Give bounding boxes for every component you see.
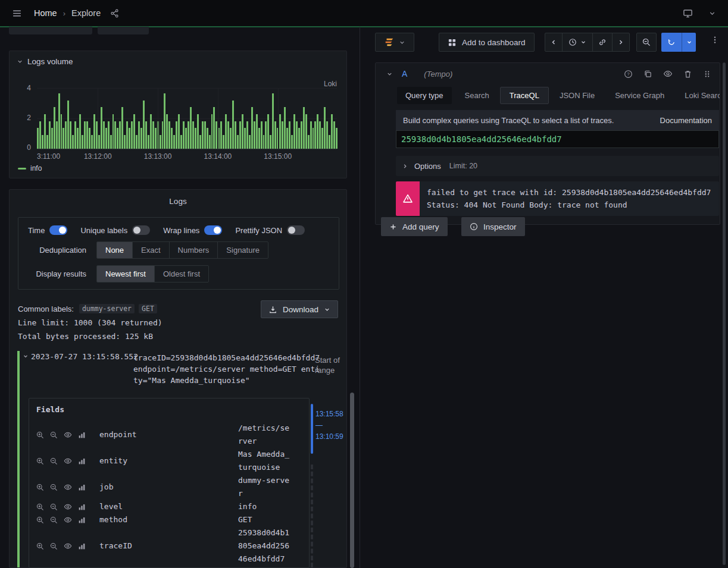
topnav-expand-button[interactable]	[705, 6, 720, 21]
filter-for-value-icon[interactable]	[36, 516, 44, 524]
dedup-option-numbers[interactable]: Numbers	[170, 242, 218, 258]
dedup-option-none[interactable]: None	[97, 242, 133, 258]
logs-volume-bar	[211, 114, 213, 149]
logs-volume-bar	[321, 128, 323, 149]
toggle-unique-labels[interactable]	[132, 225, 150, 235]
dedup-option-signature[interactable]: Signature	[218, 242, 268, 258]
display-option-oldest-first[interactable]: Oldest first	[155, 266, 208, 282]
toggle-field-visibility-icon[interactable]	[64, 483, 72, 491]
logs-volume-bar	[108, 121, 110, 149]
move-forward-button[interactable]	[612, 33, 630, 52]
filter-out-value-icon[interactable]	[50, 542, 58, 550]
collapse-query-button[interactable]	[386, 71, 393, 77]
filter-for-value-icon[interactable]	[36, 503, 44, 511]
breadcrumb-explore[interactable]: Explore	[71, 8, 101, 18]
download-button[interactable]: Download	[261, 300, 338, 318]
zoom-out-button[interactable]	[636, 33, 657, 52]
topnav-right-actions	[679, 5, 720, 22]
traceql-query-input[interactable]: 25938d0d4b1805ea4dd25646ed4bfdd7	[396, 130, 719, 148]
run-query-options-chevron[interactable]	[682, 33, 696, 52]
run-query-button[interactable]	[661, 33, 696, 52]
display-option-newest-first[interactable]: Newest first	[97, 266, 155, 282]
legend-label-info[interactable]: info	[30, 164, 42, 172]
logs-volume-chart[interactable]	[37, 88, 337, 149]
logs-volume-bar	[237, 135, 239, 149]
log-row[interactable]: 2023-07-27 13:15:58.552 traceID=25938d0d…	[23, 352, 338, 397]
collapse-log-row-button[interactable]	[23, 353, 29, 359]
plus-icon	[389, 223, 397, 231]
selected-range-indicator[interactable]	[311, 404, 313, 454]
filter-out-value-icon[interactable]	[50, 503, 58, 511]
x-axis-line	[37, 149, 337, 149]
inspector-label: Inspector	[483, 222, 517, 231]
query-type-tab-loki-search[interactable]: Loki Search	[675, 87, 720, 104]
filter-out-value-icon[interactable]	[50, 484, 58, 491]
kiosk-mode-button[interactable]	[679, 5, 696, 22]
toggle-time[interactable]	[49, 225, 67, 235]
filter-out-value-icon[interactable]	[50, 516, 58, 524]
move-back-button[interactable]	[545, 33, 563, 52]
field-stats-icon[interactable]	[78, 503, 86, 511]
filter-for-value-icon[interactable]	[36, 431, 44, 439]
query-type-tab-search[interactable]: Search	[455, 87, 499, 104]
logs-volume-bar	[145, 121, 147, 149]
logs-volume-bar	[46, 135, 48, 149]
chart-legend: info	[18, 164, 42, 172]
add-to-dashboard-button[interactable]: Add to dashboard	[439, 33, 535, 52]
chevron-down-icon	[17, 58, 23, 65]
field-stats-icon[interactable]	[78, 516, 86, 524]
logs-volume-bar	[152, 121, 154, 149]
toggle-field-visibility-icon[interactable]	[64, 431, 72, 439]
filter-for-value-icon[interactable]	[36, 484, 44, 491]
inspector-button[interactable]: Inspector	[461, 217, 525, 236]
filter-for-value-icon[interactable]	[36, 457, 44, 465]
logs-volume-bar	[65, 121, 67, 149]
query-ref-id: A	[402, 69, 407, 79]
filter-for-value-icon[interactable]	[36, 542, 44, 550]
field-stats-icon[interactable]	[78, 457, 86, 465]
duplicate-query-icon[interactable]	[643, 70, 652, 79]
svg-text:?: ?	[627, 71, 630, 77]
share-shortlink-button[interactable]	[107, 5, 123, 21]
time-picker-button[interactable]	[562, 33, 593, 52]
field-stats-icon[interactable]	[78, 484, 86, 491]
query-type-tab-json-file[interactable]: JSON File	[550, 87, 604, 104]
toggle-prettify-json[interactable]	[287, 225, 305, 235]
help-icon[interactable]: ?	[624, 70, 633, 79]
toggle-field-visibility-icon[interactable]	[64, 457, 72, 465]
filter-out-value-icon[interactable]	[50, 431, 58, 439]
right-pane-scrollbar[interactable]	[723, 62, 726, 565]
error-line-2: Status: 404 Not Found Body: trace not fo…	[427, 199, 712, 211]
drag-handle-icon[interactable]	[703, 70, 711, 79]
breadcrumb-home[interactable]: Home	[34, 8, 57, 18]
datasource-picker-button[interactable]	[375, 33, 414, 52]
query-type-tab-service-graph[interactable]: Service Graph	[605, 87, 674, 104]
add-query-button[interactable]: Add query	[381, 217, 448, 236]
field-stats-icon[interactable]	[78, 542, 86, 550]
documentation-link[interactable]: Documentation	[660, 116, 712, 125]
dedup-option-exact[interactable]: Exact	[133, 242, 170, 258]
menu-toggle-button[interactable]	[8, 5, 26, 22]
toggle-field-visibility-icon[interactable]	[64, 516, 72, 524]
kebab-menu-button[interactable]	[711, 35, 719, 45]
toggle-field-visibility-icon[interactable]	[64, 503, 72, 511]
toggle-field-visibility-icon[interactable]	[64, 542, 72, 550]
gridline	[278, 88, 279, 149]
collapse-logs-volume-button[interactable]	[17, 58, 23, 65]
logs-toggle: Time	[28, 225, 67, 235]
disable-query-icon[interactable]	[663, 69, 673, 79]
logs-volume-bar	[173, 135, 175, 149]
left-pane-scrollbar[interactable]	[350, 393, 354, 568]
filter-out-value-icon[interactable]	[50, 457, 58, 465]
query-type-tab-traceql[interactable]: TraceQL	[500, 87, 549, 104]
field-row: job dummy-server	[36, 474, 302, 500]
remove-query-icon[interactable]	[683, 70, 692, 79]
field-row: traceID 25938d0d4b1805ea4dd25646ed4bfdd7	[36, 526, 302, 566]
toggle-wrap-lines[interactable]	[204, 225, 222, 235]
field-stats-icon[interactable]	[78, 431, 86, 439]
query-options-row[interactable]: Options Limit: 20	[396, 156, 719, 176]
logs-volume-bar	[314, 121, 316, 149]
refresh-icon[interactable]	[661, 33, 682, 52]
logs-volume-bar	[101, 107, 102, 149]
sync-timeranges-button[interactable]	[592, 33, 613, 52]
